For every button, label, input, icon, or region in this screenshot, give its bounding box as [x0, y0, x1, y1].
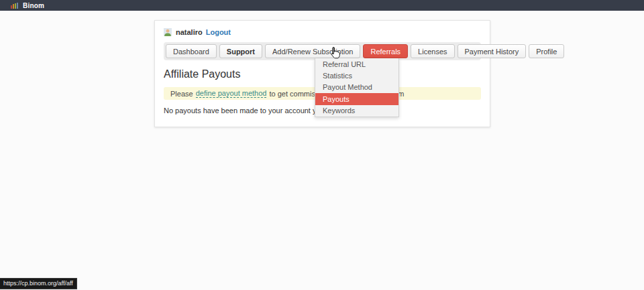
alert-text-prefix: Please [170, 90, 193, 98]
link-preview-statusbar: https://cp.binom.org/aff/aff [0, 278, 77, 289]
user-avatar-icon [164, 28, 172, 36]
menu-item-payouts[interactable]: Payouts [315, 93, 398, 104]
nav-subscription-button[interactable]: Add/Renew Subscription [265, 44, 360, 58]
topbar: Binom [0, 0, 644, 11]
nav-referrals-button[interactable]: Referrals [363, 44, 408, 58]
nav-support-button[interactable]: Support [219, 44, 262, 58]
menu-item-payout-method[interactable]: Payout Method [315, 82, 398, 93]
binom-logo-icon [11, 3, 18, 9]
nav-licenses-button[interactable]: Licenses [411, 44, 454, 58]
menu-item-statistics[interactable]: Statistics [315, 70, 398, 81]
menu-item-referral-url[interactable]: Referral URL [315, 58, 398, 70]
define-payout-method-link[interactable]: define payout method [196, 89, 267, 98]
brand-title: Binom [23, 2, 44, 9]
nav-strip: Dashboard Support Add/Renew Subscription… [164, 42, 481, 60]
user-row: nataliro Logout [164, 27, 481, 36]
nav-dashboard-button[interactable]: Dashboard [166, 44, 217, 58]
referrals-dropdown-menu: Referral URL Statistics Payout Method Pa… [315, 58, 399, 117]
nav-profile-button[interactable]: Profile [529, 44, 564, 58]
nav-payment-history-button[interactable]: Payment History [458, 44, 527, 58]
logout-link[interactable]: Logout [206, 28, 231, 36]
menu-item-keywords[interactable]: Keywords [315, 105, 398, 117]
username: nataliro [176, 28, 203, 36]
